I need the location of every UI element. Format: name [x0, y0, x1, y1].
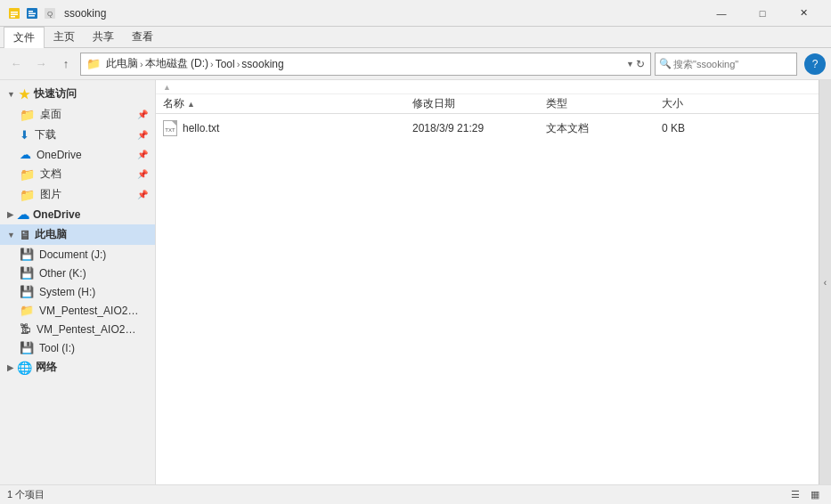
collapse-arrow-network: ▶	[7, 363, 13, 372]
file-type-cell: 文本文档	[546, 121, 662, 136]
svg-rect-5	[29, 11, 33, 12]
breadcrumb: 📁 此电脑 › 本地磁盘 (D:) › Tool › ssooking	[86, 56, 623, 71]
svg-rect-7	[29, 15, 35, 17]
close-button[interactable]: ✕	[783, 0, 824, 27]
sidebar-item-vm2[interactable]: 🗜 VM_Pentest_AIO2…	[0, 320, 155, 338]
pin-icon-pics: 📌	[137, 190, 148, 199]
col-header-name[interactable]: 名称 ▲	[163, 96, 412, 111]
file-list: TXT hello.txt 2018/3/9 21:29 文本文档 0 KB	[156, 114, 819, 484]
forward-button[interactable]: →	[30, 53, 52, 75]
toolbar: ← → ↑ 📁 此电脑 › 本地磁盘 (D:) › Tool › ssookin…	[0, 48, 831, 80]
star-icon: ★	[19, 87, 30, 102]
collapse-arrow-quick: ▼	[7, 90, 15, 99]
window-controls: — □ ✕	[701, 0, 824, 27]
sidebar-label-downloads: 下载	[35, 127, 56, 142]
list-view-button[interactable]: ☰	[786, 487, 804, 503]
sidebar-quick-access-header[interactable]: ▼ ★ 快速访问	[0, 84, 155, 104]
drive-icon-h: 💾	[20, 285, 34, 298]
maximize-button[interactable]: □	[742, 0, 783, 27]
sidebar-item-document-j[interactable]: 💾 Document (J:)	[0, 245, 155, 264]
menu-item-share[interactable]: 共享	[84, 27, 123, 48]
menu-item-home[interactable]: 主页	[45, 27, 84, 48]
address-bar[interactable]: 📁 此电脑 › 本地磁盘 (D:) › Tool › ssooking ▼ ↻	[80, 53, 651, 76]
svg-text:Q: Q	[47, 10, 53, 18]
app-icon-1	[7, 6, 21, 20]
search-bar: 🔍	[655, 53, 797, 76]
pc-label: 此电脑	[35, 227, 67, 242]
menu-item-file[interactable]: 文件	[4, 27, 45, 48]
onedrive-icon: ☁	[17, 207, 29, 222]
network-label: 网络	[36, 360, 57, 375]
sidebar-label-other-k: Other (K:)	[39, 267, 86, 280]
up-button[interactable]: ↑	[55, 53, 77, 75]
sidebar-label-pictures: 图片	[40, 187, 61, 202]
svg-rect-6	[29, 12, 36, 14]
search-input[interactable]	[673, 59, 796, 69]
sidebar-item-vm1[interactable]: 📁 VM_Pentest_AIO2…	[0, 301, 155, 320]
detail-view-button[interactable]: ▦	[806, 487, 824, 503]
sidebar-item-tool-i[interactable]: 💾 Tool (I:)	[0, 338, 155, 357]
refresh-button[interactable]: ↻	[636, 58, 645, 70]
status-bar: 1 个项目 ☰ ▦	[0, 484, 831, 504]
pin-icon-onedrive: 📌	[137, 150, 148, 159]
folder-icon: 📁	[20, 108, 35, 122]
col-header-size[interactable]: 大小	[662, 96, 733, 111]
sidebar-onedrive-header[interactable]: ▶ ☁ OneDrive	[0, 205, 155, 224]
back-button[interactable]: ←	[5, 53, 27, 75]
menu-item-view[interactable]: 查看	[123, 27, 162, 48]
sidebar-item-documents[interactable]: 📁 文档 📌	[0, 164, 155, 184]
table-row[interactable]: TXT hello.txt 2018/3/9 21:29 文本文档 0 KB	[156, 118, 819, 139]
minimize-button[interactable]: —	[701, 0, 742, 27]
col-header-type[interactable]: 类型	[546, 96, 662, 111]
sidebar-network-header[interactable]: ▶ 🌐 网络	[0, 357, 155, 378]
svg-rect-3	[11, 16, 15, 18]
sort-up-arrow: ▲	[163, 83, 171, 92]
sort-indicator-bar: ▲	[156, 80, 819, 94]
folder-icon-vm1: 📁	[20, 304, 34, 317]
drive-icon-i: 💾	[20, 341, 34, 354]
svg-rect-2	[11, 13, 18, 15]
sidebar-label-onedrive-quick: OneDrive	[37, 149, 82, 161]
drive-icon-j: 💾	[20, 248, 34, 261]
pc-icon: 🖥	[19, 228, 31, 242]
folder-icon: 📁	[86, 57, 101, 70]
sidebar-item-desktop[interactable]: 📁 桌面 📌	[0, 104, 155, 125]
sidebar-label-system-h: System (H:)	[39, 286, 95, 298]
sidebar-item-onedrive-quick[interactable]: ☁ OneDrive 📌	[0, 145, 155, 164]
status-count: 1 个项目	[7, 488, 786, 501]
sidebar-item-downloads[interactable]: ⬇ 下载 📌	[0, 125, 155, 145]
title-bar: Q ssooking — □ ✕	[0, 0, 831, 27]
window-title: ssooking	[64, 7, 701, 20]
col-header-date[interactable]: 修改日期	[412, 96, 546, 111]
svg-rect-1	[11, 12, 18, 13]
sidebar-label-documents: 文档	[40, 167, 61, 182]
folder-icon-docs: 📁	[20, 167, 35, 182]
app-icon-3: Q	[43, 6, 57, 20]
sidebar-label-vm2: VM_Pentest_AIO2…	[37, 323, 135, 336]
sidebar-label-document-j: Document (J:)	[39, 248, 106, 261]
onedrive-icon-quick: ☁	[20, 148, 31, 161]
breadcrumb-ssooking: ssooking	[241, 58, 283, 70]
sidebar-pc-header[interactable]: ▼ 🖥 此电脑	[0, 224, 155, 245]
help-button[interactable]: ?	[804, 53, 826, 75]
breadcrumb-disk: 本地磁盘 (D:)	[145, 56, 208, 71]
download-icon: ⬇	[20, 128, 29, 142]
folder-icon-pics: 📁	[20, 188, 35, 202]
dropdown-arrow-icon: ▼	[626, 60, 634, 69]
drive-icon-k: 💾	[20, 266, 34, 280]
content-area: ▲ 名称 ▲ 修改日期 类型 大小	[156, 80, 819, 484]
sidebar: ▼ ★ 快速访问 📁 桌面 📌 ⬇ 下载 📌 ☁ OneDrive 📌 📁 文档…	[0, 80, 156, 484]
title-bar-app-icons: Q	[7, 6, 57, 20]
breadcrumb-tool: Tool	[216, 58, 235, 70]
right-panel-toggle[interactable]: ‹	[819, 80, 831, 484]
collapse-arrow-onedrive: ▶	[7, 210, 13, 219]
zip-icon-vm2: 🗜	[20, 322, 31, 336]
sidebar-item-pictures[interactable]: 📁 图片 📌	[0, 184, 155, 205]
view-toggle-buttons: ☰ ▦	[786, 487, 824, 503]
sidebar-item-system-h[interactable]: 💾 System (H:)	[0, 282, 155, 301]
file-icon-txt: TXT	[163, 120, 177, 136]
col-sort-arrow: ▲	[187, 100, 195, 109]
breadcrumb-pc: 此电脑	[106, 56, 138, 71]
sidebar-item-other-k[interactable]: 💾 Other (K:)	[0, 264, 155, 282]
network-icon: 🌐	[17, 361, 32, 375]
